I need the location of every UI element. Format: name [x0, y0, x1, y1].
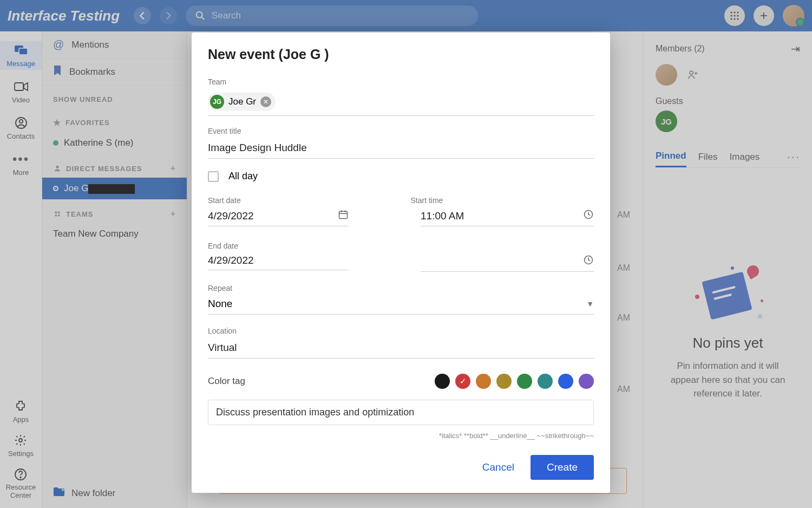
- all-day-label: All day: [228, 171, 258, 182]
- location-label: Location: [208, 327, 594, 335]
- chip-remove-button[interactable]: ✕: [260, 96, 271, 107]
- calendar-icon: [338, 209, 349, 223]
- start-date-field[interactable]: 4/29/2022: [208, 207, 349, 226]
- color-swatch[interactable]: [558, 374, 573, 389]
- end-date-field[interactable]: 4/29/2022: [208, 252, 349, 270]
- clock-icon: [583, 209, 594, 223]
- clock-icon: [583, 255, 594, 268]
- start-time-label: Start time: [411, 196, 594, 205]
- start-date-label: Start date: [208, 196, 391, 205]
- end-date-value: 4/29/2022: [208, 255, 254, 266]
- team-label: Team: [208, 77, 594, 86]
- color-swatches: [435, 374, 594, 389]
- color-swatch[interactable]: [435, 374, 450, 389]
- color-swatch[interactable]: [517, 374, 532, 389]
- color-swatch[interactable]: [579, 374, 594, 389]
- location-input[interactable]: [208, 338, 594, 359]
- repeat-label: Repeat: [208, 284, 594, 292]
- new-event-modal: New event (Joe G ) Team JG Joe Gr ✕ Even…: [192, 32, 610, 493]
- event-title-label: Event title: [208, 127, 594, 135]
- all-day-checkbox[interactable]: [208, 171, 219, 182]
- end-date-label: End date: [208, 242, 391, 250]
- color-swatch[interactable]: [455, 374, 470, 389]
- team-field[interactable]: JG Joe Gr ✕: [208, 89, 594, 116]
- chip-avatar: JG: [210, 95, 224, 109]
- start-time-field[interactable]: 11:00 AM: [421, 207, 594, 226]
- color-swatch[interactable]: [496, 374, 512, 389]
- color-swatch[interactable]: [538, 374, 553, 389]
- format-hint: *italics* **bold** __underline__ ~~strik…: [208, 432, 594, 440]
- create-button[interactable]: Create: [531, 455, 594, 480]
- end-time-field[interactable]: [421, 252, 594, 272]
- color-swatch[interactable]: [476, 374, 491, 389]
- modal-title: New event (Joe G ): [208, 47, 594, 62]
- chip-name: Joe Gr: [228, 96, 256, 107]
- event-title-input[interactable]: [208, 139, 594, 159]
- description-value: Discuss presentation images and optimiza…: [216, 407, 414, 418]
- start-date-value: 4/29/2022: [208, 210, 254, 222]
- all-day-row[interactable]: All day: [208, 171, 594, 182]
- chevron-down-icon: ▼: [586, 299, 594, 308]
- repeat-select[interactable]: None ▼: [208, 296, 594, 315]
- team-chip: JG Joe Gr ✕: [208, 93, 276, 111]
- end-time-label-empty: [411, 242, 594, 250]
- svg-rect-31: [339, 211, 348, 218]
- color-tag-label: Color tag: [208, 376, 245, 387]
- repeat-value: None: [208, 298, 232, 310]
- description-input[interactable]: Discuss presentation images and optimiza…: [208, 400, 594, 425]
- start-time-value: 11:00 AM: [421, 210, 464, 222]
- cancel-button[interactable]: Cancel: [482, 461, 514, 473]
